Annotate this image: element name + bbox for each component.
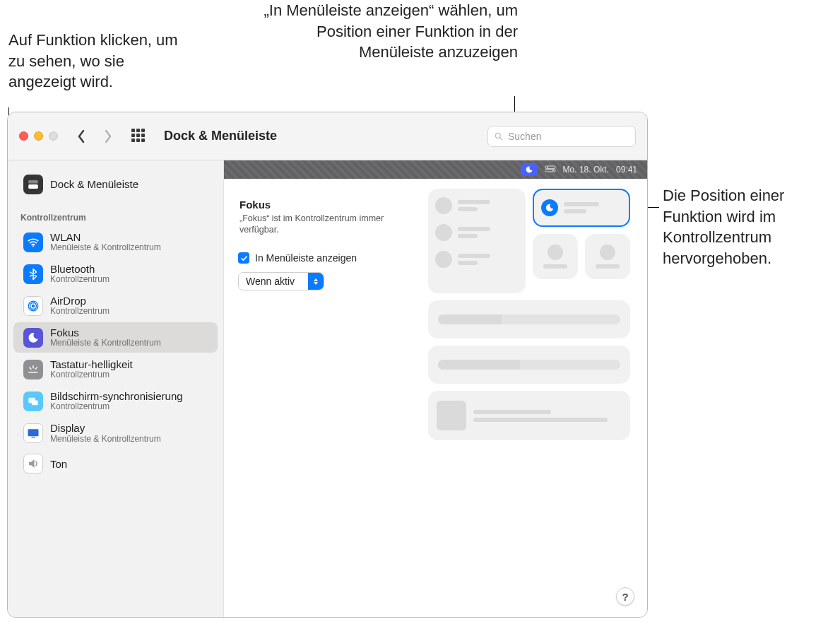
- control-center-preview: [428, 189, 637, 440]
- svg-rect-2: [28, 184, 38, 189]
- nav-forward-button[interactable]: [100, 129, 116, 144]
- cc-card-slider: [428, 346, 630, 384]
- sidebar-item-label: Fokus: [50, 326, 161, 339]
- svg-rect-17: [545, 170, 555, 172]
- svg-line-1: [500, 137, 503, 140]
- cc-card-media: [428, 391, 630, 440]
- sidebar-item-keyboard-brightness[interactable]: Tastatur-helligkeit Kontrollzentrum: [13, 354, 218, 384]
- callout-show-in-menubar: „In Menüleiste anzeigen“ wählen, um Posi…: [264, 0, 518, 63]
- sidebar-item-label: Bluetooth: [50, 263, 110, 275]
- dock-icon: [23, 175, 43, 194]
- cc-card-small: [585, 234, 630, 279]
- sidebar-item-sublabel: Kontrollzentrum: [50, 370, 133, 380]
- checkbox-label: In Menüleiste anzeigen: [255, 252, 357, 264]
- svg-rect-14: [28, 429, 39, 436]
- airdrop-icon: [23, 296, 43, 316]
- sidebar-item-sublabel: Kontrollzentrum: [50, 275, 110, 285]
- svg-line-10: [30, 367, 31, 369]
- sidebar-item-label: WLAN: [50, 231, 161, 243]
- control-center-icon: [545, 165, 556, 175]
- search-input[interactable]: Suchen: [487, 126, 636, 147]
- sidebar-section-header: Kontrollzentrum: [8, 206, 223, 225]
- sidebar-item-sublabel: Menüleiste & Kontrollzentrum: [50, 339, 161, 348]
- checkbox-checked-icon: [238, 252, 249, 264]
- svg-point-19: [552, 170, 554, 171]
- svg-point-5: [32, 304, 35, 307]
- callout-highlight-cc: Die Position einer Funktion wird im Kont…: [663, 185, 832, 269]
- wifi-icon: [23, 232, 43, 252]
- screen-mirroring-icon: [23, 392, 43, 411]
- svg-point-18: [547, 167, 548, 168]
- sidebar-item-label: Bildschirm-synchronisierung: [50, 390, 183, 402]
- sidebar-item-sound[interactable]: Ton: [13, 449, 218, 478]
- window-title: Dock & Menüleiste: [164, 129, 277, 143]
- show-all-prefs-button[interactable]: [131, 129, 147, 144]
- search-icon: [494, 131, 504, 141]
- focus-icon: [541, 199, 558, 216]
- focus-icon: [23, 328, 43, 348]
- sidebar-item-bluetooth[interactable]: Bluetooth Kontrollzentrum: [13, 259, 218, 289]
- minimize-window-button[interactable]: [34, 131, 43, 141]
- sidebar-item-screen-mirroring[interactable]: Bildschirm-synchronisierung Kontrollzent…: [13, 386, 218, 416]
- menubar-preview: Mo. 18. Okt. 09:41: [224, 160, 647, 179]
- menubar-date: Mo. 18. Okt.: [563, 165, 609, 175]
- svg-rect-16: [545, 166, 555, 168]
- detail-description: „Fokus“ ist im Kontrollzentrum immer ver…: [239, 213, 409, 235]
- sidebar-item-label: Tastatur-helligkeit: [50, 358, 133, 370]
- menubar-focus-indicator: [521, 163, 538, 176]
- close-window-button[interactable]: [19, 131, 28, 141]
- svg-point-0: [495, 133, 500, 138]
- display-icon: [23, 423, 43, 443]
- sidebar-item-sublabel: Kontrollzentrum: [50, 307, 110, 317]
- content-pane: Mo. 18. Okt. 09:41 Fokus „Fokus“ ist im …: [224, 160, 647, 617]
- show-in-menubar-checkbox[interactable]: In Menüleiste anzeigen: [238, 252, 357, 264]
- prefs-window: Dock & Menüleiste Suchen Dock & Menüleis…: [7, 112, 648, 618]
- detail-heading: Fokus: [239, 199, 409, 211]
- sidebar-item-sublabel: Menüleiste & Kontrollzentrum: [50, 243, 161, 253]
- sidebar-item-dock-menubar[interactable]: Dock & Menüleiste: [13, 170, 218, 199]
- sidebar-item-display[interactable]: Display Menüleiste & Kontrollzentrum: [13, 418, 218, 448]
- cc-card-slider: [428, 300, 630, 339]
- sound-icon: [23, 454, 43, 473]
- help-button[interactable]: ?: [616, 587, 634, 606]
- sidebar-item-label: Display: [50, 422, 161, 434]
- window-toolbar: Dock & Menüleiste Suchen: [8, 112, 647, 160]
- svg-line-11: [35, 367, 37, 369]
- sidebar-item-sublabel: Kontrollzentrum: [50, 402, 183, 412]
- nav-back-button[interactable]: [73, 129, 89, 144]
- svg-rect-13: [32, 400, 38, 405]
- menubar-time: 09:41: [616, 165, 637, 175]
- cc-card-focus-highlighted: [533, 189, 630, 227]
- sidebar-item-wlan[interactable]: WLAN Menüleiste & Kontrollzentrum: [13, 227, 218, 257]
- search-placeholder: Suchen: [508, 131, 541, 142]
- cc-card-small: [533, 234, 578, 279]
- svg-rect-15: [32, 437, 35, 438]
- sidebar-item-label: Ton: [50, 458, 67, 470]
- popup-stepper-icon: [308, 273, 324, 290]
- sidebar-item-label: Dock & Menüleiste: [50, 178, 138, 190]
- callout-click-function: Auf Funktion klicken, um zu sehen, wo si…: [8, 30, 192, 93]
- keyboard-brightness-icon: [23, 360, 43, 379]
- sidebar-item-focus[interactable]: Fokus Menüleiste & Kontrollzentrum: [13, 322, 218, 353]
- sidebar-item-sublabel: Menüleiste & Kontrollzentrum: [50, 435, 161, 445]
- sidebar-item-label: AirDrop: [50, 295, 110, 307]
- svg-rect-3: [28, 180, 38, 184]
- cc-card-connectivity: [428, 189, 526, 293]
- zoom-window-button[interactable]: [49, 131, 58, 141]
- popup-value: Wenn aktiv: [239, 276, 308, 287]
- traffic-lights: [19, 131, 58, 141]
- svg-point-4: [32, 245, 34, 247]
- sidebar: Dock & Menüleiste Kontrollzentrum WLAN M…: [8, 160, 224, 617]
- when-active-popup[interactable]: Wenn aktiv: [238, 272, 324, 290]
- detail-text: Fokus „Fokus“ ist im Kontrollzentrum imm…: [239, 199, 409, 235]
- sidebar-item-airdrop[interactable]: AirDrop Kontrollzentrum: [13, 290, 218, 321]
- bluetooth-icon: [23, 264, 43, 284]
